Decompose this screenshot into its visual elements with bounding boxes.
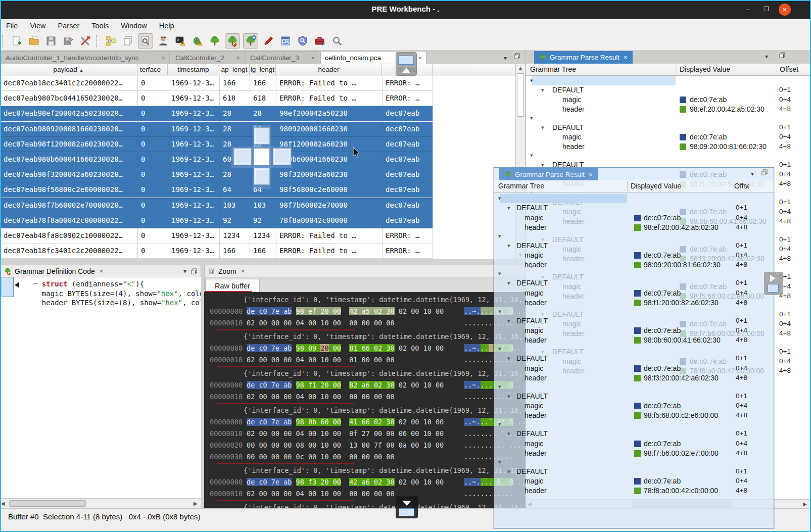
table-row[interactable]: dec07eab98f56800c2e60000020…01969-12-3…6… [0,182,433,198]
save-as-button[interactable] [61,34,75,48]
cell-timestamp[interactable]: 1969-12-3… [168,228,219,244]
tree-node-default[interactable]: ▾DEFAULT0+1 [494,241,774,251]
cell-terface-[interactable]: 0 [137,228,168,244]
cell-ap-lengt[interactable]: 92 [219,213,250,228]
cell-ig-lengt[interactable]: 103 [250,198,276,213]
hex-line[interactable]: 00000000de c0 7e ab 98 ef 20 00 42 a5 02… [204,306,530,317]
cell-ap-lengt[interactable]: 64 [219,182,250,198]
tab-list-dropdown-icon[interactable]: ▾ [504,55,507,62]
cell-terface-[interactable]: 0 [137,137,168,152]
shield-search-button[interactable] [296,34,310,48]
table-vscroll-thumb[interactable] [517,73,524,117]
tree-root-row[interactable]: ▾ [494,458,774,467]
cell-terface-[interactable]: 0 [137,152,168,167]
tree-leaf-magic[interactable]: magicde:c0:7e:ab0+4 [494,402,774,411]
cell-timestamp[interactable]: 1969-12-3… [168,76,219,91]
table-row[interactable]: dec07eab78f8a00042c00000022…01969-12-3…9… [0,213,433,228]
preview-document-button[interactable] [138,33,153,49]
cell-header[interactable]: ERROR: Failed to … [276,91,382,106]
column-header-payload[interactable]: payload ▲ [0,64,137,75]
tree-node-default[interactable]: ▾DEFAULT0+1 [494,317,774,326]
collapse-arrow-icon[interactable]: ▾ [530,77,533,84]
close-button[interactable]: × [779,4,791,16]
table-row[interactable]: dec07eab9809200081660230020…01969-12-3…2… [0,122,433,137]
cell-magic[interactable]: dec07eab [382,182,433,198]
close-panel-icon[interactable]: × [100,267,104,275]
hex-line[interactable]: 0000001002 00 00 00 04 00 10 00 00 00 00… [204,488,530,500]
tab-grammar-parse-result[interactable]: Grammar Parse Result× [534,51,633,64]
cell-payload[interactable]: dec07eab98ef200042a50230020… [0,106,137,121]
cell-header[interactable]: 78f8a00042c00000 [276,213,382,228]
tree-node-default[interactable]: ▾DEFAULT0+1 [494,467,774,477]
menu-help[interactable]: Help [153,21,180,31]
hex-line[interactable]: 00000000de c0 7e ab 98 09 20 00 81 66 02… [204,343,530,354]
hex-line[interactable]: 00000000de c0 7e ab 98 f1 20 00 82 a6 02… [204,379,530,391]
tree-root-row[interactable]: ▾ [494,307,774,317]
cell-timestamp[interactable]: 1969-12-3… [168,152,219,167]
close-tab-icon[interactable]: × [311,54,315,62]
tree-root-row[interactable]: ▾ [526,151,811,161]
close-panel-icon[interactable]: × [241,267,245,275]
cell-ap-lengt[interactable]: 166 [219,244,250,259]
panel-menu-dropdown-icon[interactable]: ▾ [765,53,768,60]
cell-ig-lengt[interactable]: 1234 [250,228,276,244]
tree-leaf-magic[interactable]: magicde:c0:7e:ab0+4 [526,133,811,142]
cell-ap-lengt[interactable]: 166 [219,76,250,91]
column-header-header[interactable]: header [276,64,382,75]
cell-timestamp[interactable]: 1969-12-3… [168,198,219,213]
tree-structure-button[interactable] [104,34,118,48]
float-panel-icon[interactable] [761,169,768,177]
cell-ig-lengt[interactable]: 618 [250,91,276,106]
table-row[interactable]: dec07eab98f7b60002e70000020…01969-12-3…1… [0,198,433,213]
scroll-right-icon[interactable]: ▶ [803,501,807,507]
tab-callcontroller-3[interactable]: CallController_3× [246,51,319,64]
form-dialog-button[interactable] [278,34,293,48]
close-tab-icon[interactable]: × [624,54,628,61]
toolbox-button[interactable] [313,34,327,48]
collapse-arrow-icon[interactable]: ▾ [507,393,510,400]
user-agent-button[interactable] [156,34,170,48]
cell-payload[interactable]: dec07eab98f3200042a60230020… [0,167,137,182]
cell-payload[interactable]: dec07eab98f56800c2e60000020… [0,182,137,198]
cell-magic[interactable]: dec07eab [382,152,433,167]
table-row[interactable]: dec07eab9807bc0441650230020…01969-12-3…6… [0,91,433,106]
cell-magic[interactable]: dec07eab [382,213,433,228]
panel-menu-dropdown-icon[interactable]: ▾ [183,268,186,275]
close-tab-icon[interactable]: × [161,54,165,62]
cell-timestamp[interactable]: 1969-12-3… [168,106,219,121]
panel-menu-dropdown-icon[interactable]: ▾ [751,170,754,177]
column-grammar-tree[interactable]: Grammar Tree [498,182,625,190]
cell-terface-[interactable]: 0 [137,76,168,91]
cell-payload[interactable]: dec07eab98f1200082a60230020… [0,137,137,152]
cell-terface-[interactable]: 0 [137,122,168,137]
cell-header[interactable]: 98ef200042a50230 [276,106,382,121]
open-folder-button[interactable] [27,34,41,48]
column-offset[interactable]: Offset [780,65,800,73]
column-grammar-tree[interactable]: Grammar Tree [530,65,672,73]
cell-header[interactable]: 98f56800c2e60000 [276,182,382,198]
tree-node-default[interactable]: ▾DEFAULT0+1 [494,354,774,364]
menu-window[interactable]: Window [115,21,153,31]
tree-leaf-magic[interactable]: magicde:c0:7e:ab0+4 [494,289,774,299]
cell-magic[interactable]: dec07eab [382,198,433,213]
hex-line[interactable]: 0000003000 00 00 00 0c 00 10 00 00 00 00… [204,451,530,463]
hex-line[interactable]: 0000001002 00 00 00 04 00 10 00 00 00 00… [204,391,530,403]
close-tab-icon[interactable]: × [589,171,593,178]
collapse-arrow-icon[interactable]: ▾ [530,115,533,121]
cell-header[interactable]: ERROR: Failed to … [276,228,382,244]
reparse-grammar-button[interactable] [243,33,258,49]
cell-payload[interactable]: dec07eab78f8a00042c00000022… [0,213,137,228]
tree-root-row[interactable]: ▾ [494,232,774,241]
hex-dump-view[interactable]: {'interface_id': 0, 'timestamp': datetim… [204,292,530,508]
menu-view[interactable]: View [24,21,52,31]
code-hscrollbar[interactable]: ◀ ▶ [0,498,201,508]
debug-bug-button[interactable] [190,34,205,48]
cell-ap-lengt[interactable]: 618 [219,91,250,106]
menu-file[interactable]: File [0,21,24,31]
collapse-arrow-icon[interactable]: ▾ [507,205,510,211]
new-file-button[interactable] [10,34,24,48]
tree-root-row[interactable]: ▾ [494,382,774,392]
tree-root-row[interactable]: ▾ [494,420,774,429]
scroll-left-icon[interactable]: ◀ [1,501,5,506]
tab-audiocontroller-1-handlevocoderinfo-sync[interactable]: AudioController_1_handleVocoderInfo_sync… [1,51,170,64]
